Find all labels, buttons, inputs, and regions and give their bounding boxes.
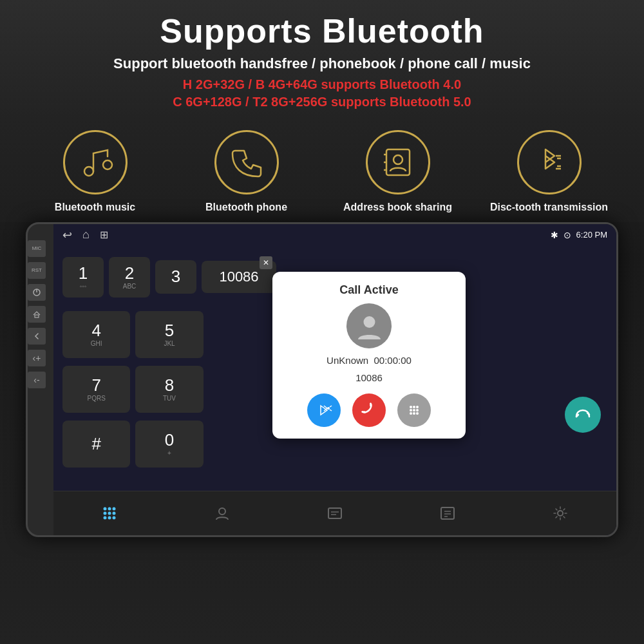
bluetooth-icon xyxy=(531,144,567,180)
key-4-btn[interactable]: 4 GHI xyxy=(62,311,130,358)
home-icon xyxy=(32,310,41,319)
nav-settings[interactable] xyxy=(538,499,582,527)
key-hash: # xyxy=(91,435,100,452)
svg-point-24 xyxy=(410,412,412,415)
car-unit: MIC RST xyxy=(26,222,618,537)
menu-icon xyxy=(439,504,457,522)
contacts-icon xyxy=(213,504,231,522)
icons-row: Bluetooth music Bluetooth phone xyxy=(0,118,644,222)
svg-point-30 xyxy=(104,511,107,515)
nav-contacts[interactable] xyxy=(200,499,244,527)
key-5-letters: JKL xyxy=(164,340,175,347)
dial-display-3: 3 xyxy=(155,260,196,294)
rst-label: RST xyxy=(28,262,46,279)
svg-point-22 xyxy=(413,409,415,412)
svg-point-23 xyxy=(416,409,419,412)
side-buttons: MIC RST xyxy=(28,237,53,392)
dialpad-row-2: 4 GHI 5 JKL 6 xyxy=(62,311,276,358)
address-icon-circle xyxy=(366,130,430,194)
top-section: Supports Bluetooth Support bluetooth han… xyxy=(0,0,644,118)
nav-dialpad[interactable] xyxy=(88,499,131,527)
key-0-btn[interactable]: 0 + xyxy=(135,421,203,468)
nav-layers-icon[interactable]: ⊞ xyxy=(100,229,108,241)
key-1[interactable]: 1 xyxy=(79,265,88,281)
call-actions xyxy=(307,393,431,427)
key-0-letters: + xyxy=(167,450,171,457)
music-icon-circle xyxy=(63,130,128,194)
address-label: Address book sharing xyxy=(343,201,452,214)
svg-point-32 xyxy=(113,511,116,515)
svg-point-27 xyxy=(104,507,107,510)
recents-icon xyxy=(326,504,344,522)
hangup-icon xyxy=(361,402,377,419)
power-icon xyxy=(32,288,41,297)
key-2[interactable]: 2 xyxy=(125,265,134,281)
page: Supports Bluetooth Support bluetooth han… xyxy=(0,0,644,644)
nav-home-icon[interactable]: ⌂ xyxy=(82,228,90,242)
bluetooth-music-item: Bluetooth music xyxy=(19,130,171,214)
clock: 6:20 PM xyxy=(576,230,607,240)
key-hash-btn[interactable]: # xyxy=(62,421,130,468)
svg-point-21 xyxy=(410,409,412,412)
hangup-btn[interactable] xyxy=(352,393,386,427)
back-button[interactable] xyxy=(28,328,46,345)
bluetooth-call-btn[interactable] xyxy=(307,393,341,427)
svg-point-15 xyxy=(327,407,330,410)
avatar-icon xyxy=(355,311,384,340)
svg-point-29 xyxy=(113,507,116,510)
key-4: 4 xyxy=(91,322,100,339)
status-bar: ↩ ⌂ ⊞ ✱ ⊙ 6:20 PM xyxy=(53,224,616,246)
call-number: 10086 xyxy=(355,372,383,383)
home-button[interactable] xyxy=(28,306,46,323)
svg-point-0 xyxy=(84,167,93,176)
key-8-btn[interactable]: 8 TUV xyxy=(135,366,203,413)
dialpad-icon xyxy=(100,504,118,522)
svg-point-33 xyxy=(104,516,107,519)
dialpad-row-3: 7 PQRS 8 TUV 9 xyxy=(62,366,276,413)
screen: ↩ ⌂ ⊞ ✱ ⊙ 6:20 PM xyxy=(53,224,616,535)
address-book-item: Address book sharing xyxy=(322,130,473,214)
nav-menu[interactable] xyxy=(426,499,469,527)
call-dialog: Call Active UnKnown 00:00:00 10086 xyxy=(272,272,466,439)
bluetooth-label: Disc-tooth transmission xyxy=(490,201,608,214)
key-3[interactable]: 3 xyxy=(171,268,180,285)
svg-point-19 xyxy=(413,406,415,408)
key-1-letters: ◦◦◦ xyxy=(80,283,87,290)
mic-label: MIC xyxy=(28,240,46,257)
active-call-btn[interactable] xyxy=(565,397,601,433)
svg-point-44 xyxy=(558,511,563,516)
svg-point-34 xyxy=(108,516,111,519)
settings-icon xyxy=(551,504,569,522)
key-5-btn[interactable]: 5 JKL xyxy=(135,311,203,358)
vol-down-button[interactable]: ‹- xyxy=(28,372,46,388)
keypad-btn[interactable] xyxy=(397,393,431,427)
main-title: Supports Bluetooth xyxy=(13,12,631,50)
power-button[interactable] xyxy=(28,284,46,301)
nav-back-icon[interactable]: ↩ xyxy=(62,228,72,242)
key-2-letters: ABC xyxy=(123,283,137,290)
call-name: UnKnown 00:00:00 xyxy=(327,355,412,366)
key-7-letters: PQRS xyxy=(87,395,105,402)
svg-rect-40 xyxy=(441,507,454,519)
svg-point-25 xyxy=(413,412,415,415)
phone-icon xyxy=(229,144,265,180)
key-7: 7 xyxy=(91,377,100,393)
key-8: 8 xyxy=(165,377,174,393)
svg-point-14 xyxy=(363,316,375,328)
bottom-nav xyxy=(53,491,616,535)
svg-line-17 xyxy=(330,410,332,411)
key-5: 5 xyxy=(165,322,174,339)
svg-point-36 xyxy=(219,508,225,515)
close-button[interactable]: ✕ xyxy=(260,256,272,269)
svg-line-16 xyxy=(330,406,332,407)
vol-up-button[interactable]: ‹+ xyxy=(28,350,46,366)
bt-status-icon: ✱ xyxy=(551,230,558,240)
key-0: 0 xyxy=(165,431,174,448)
key-4-letters: GHI xyxy=(91,340,102,347)
svg-rect-37 xyxy=(328,508,341,518)
key-7-btn[interactable]: 7 PQRS xyxy=(62,366,130,413)
dialpad: 1 ◦◦◦ 2 ABC 3 10086 xyxy=(53,246,285,491)
nav-recents[interactable] xyxy=(313,499,357,527)
phone-icon-circle xyxy=(214,130,279,194)
address-icon xyxy=(380,144,416,180)
